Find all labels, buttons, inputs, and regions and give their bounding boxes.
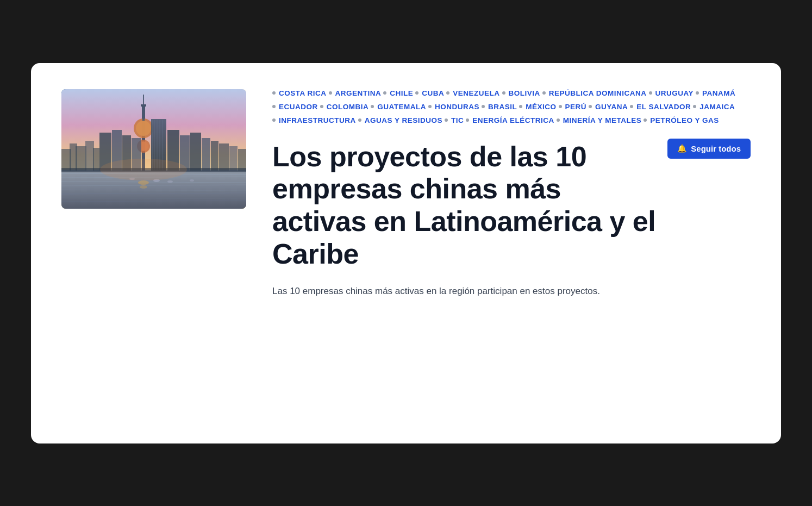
tag-item-peru: PERÚ [559, 103, 587, 111]
tag-dot [446, 91, 449, 95]
tag-label-infraestructura[interactable]: INFRAESTRUCTURA [279, 116, 356, 124]
tag-dot [415, 91, 419, 95]
svg-rect-14 [93, 148, 99, 171]
tag-label-aguas-y-residuos[interactable]: AGUAS Y RESIDUOS [365, 116, 442, 124]
tag-dot [482, 105, 485, 108]
tag-label-honduras[interactable]: HONDURAS [435, 103, 479, 111]
tag-label-panama[interactable]: PANAMÁ [702, 89, 735, 97]
tag-dot [589, 105, 592, 108]
tag-item-tic: TIC [445, 116, 464, 124]
svg-point-47 [190, 179, 194, 182]
svg-rect-36 [238, 149, 246, 171]
tag-item-argentina: ARGENTINA [329, 89, 382, 97]
tag-item-guatemala: GUATEMALA [371, 103, 426, 111]
svg-rect-12 [76, 146, 86, 171]
tag-label-mexico[interactable]: MÉXICO [526, 103, 556, 111]
article-description: Las 10 empresas chinas más activas en la… [272, 284, 707, 298]
svg-rect-32 [202, 138, 210, 171]
tag-label-uruguay[interactable]: URUGUAY [655, 89, 694, 97]
tag-dot [557, 118, 560, 122]
tags-section: COSTA RICAARGENTINACHILECUBAVENEZUELABOL… [272, 89, 751, 128]
tag-label-bolivia[interactable]: BOLIVIA [509, 89, 540, 97]
tag-item-chile: CHILE [383, 89, 413, 97]
tag-item-guyana: GUYANA [589, 103, 628, 111]
svg-point-42 [138, 180, 149, 185]
tag-label-jamaica[interactable]: JAMAICA [699, 103, 735, 111]
tag-item-jamaica: JAMAICA [693, 103, 735, 111]
svg-rect-21 [142, 104, 145, 121]
tag-label-cuba[interactable]: CUBA [422, 89, 444, 97]
tag-dot [320, 105, 323, 108]
tag-item-uruguay: URUGUAY [649, 89, 694, 97]
tag-dot [502, 91, 505, 95]
svg-rect-31 [190, 133, 201, 171]
tag-dot [329, 91, 332, 95]
tag-label-argentina[interactable]: ARGENTINA [335, 89, 382, 97]
tag-dot [272, 105, 276, 108]
tag-item-energia-electrica: ENERGÍA ELÉCTRICA [466, 116, 554, 124]
tag-item-colombia: COLOMBIA [320, 103, 369, 111]
tag-item-mineria-y-metales: MINERÍA Y METALES [557, 116, 642, 124]
svg-rect-13 [85, 141, 94, 171]
tag-dot [358, 118, 361, 122]
tag-item-republica-dominicana: REPÚBLICA DOMINICANA [542, 89, 647, 97]
tag-dot [466, 118, 469, 122]
tag-item-brasil: BRASIL [482, 103, 517, 111]
svg-point-43 [140, 185, 147, 189]
tag-item-cuba: CUBA [415, 89, 444, 97]
tag-label-venezuela[interactable]: VENEZUELA [453, 89, 499, 97]
tag-label-el-salvador[interactable]: EL SALVADOR [636, 103, 691, 111]
tag-label-republica-dominicana[interactable]: REPÚBLICA DOMINICANA [549, 89, 647, 97]
tag-label-guatemala[interactable]: GUATEMALA [377, 103, 426, 111]
article-title: Los proyectos de las 10 empresas chinas … [272, 141, 659, 271]
bell-icon: 🔔 [677, 144, 686, 153]
right-content: COSTA RICAARGENTINACHILECUBAVENEZUELABOL… [272, 89, 751, 298]
tag-label-petroleo-y-gas[interactable]: PETRÓLEO Y GAS [650, 116, 719, 124]
tag-label-energia-electrica[interactable]: ENERGÍA ELÉCTRICA [472, 116, 554, 124]
svg-point-46 [167, 180, 173, 183]
tag-item-mexico: MÉXICO [519, 103, 556, 111]
tag-dot [696, 91, 699, 95]
tag-label-costa-rica[interactable]: COSTA RICA [279, 89, 327, 97]
tag-dot [519, 105, 522, 108]
tag-label-mineria-y-metales[interactable]: MINERÍA Y METALES [563, 116, 642, 124]
tag-dot [649, 91, 652, 95]
content-row: COSTA RICAARGENTINACHILECUBAVENEZUELABOL… [61, 89, 751, 298]
svg-point-18 [136, 121, 151, 136]
follow-button-label: Seguir todos [691, 144, 741, 153]
tag-dot [272, 91, 276, 95]
tag-dot [542, 91, 546, 95]
svg-rect-35 [229, 146, 238, 171]
tag-item-venezuela: VENEZUELA [446, 89, 499, 97]
title-area: Los proyectos de las 10 empresas chinas … [272, 141, 751, 271]
tag-label-colombia[interactable]: COLOMBIA [327, 103, 369, 111]
svg-rect-22 [143, 95, 144, 105]
tag-label-ecuador[interactable]: ECUADOR [279, 103, 318, 111]
tag-label-brasil[interactable]: BRASIL [488, 103, 517, 111]
tag-item-ecuador: ECUADOR [272, 103, 318, 111]
tag-label-chile[interactable]: CHILE [390, 89, 413, 97]
button-wrapper: 🔔 Seguir todos [667, 141, 751, 165]
article-card: COSTA RICAARGENTINACHILECUBAVENEZUELABOL… [31, 63, 781, 443]
svg-rect-34 [219, 143, 229, 171]
tag-label-peru[interactable]: PERÚ [565, 103, 587, 111]
tag-dot [272, 118, 276, 122]
tag-dot [445, 118, 448, 122]
tag-dot [644, 118, 647, 122]
article-image-container [61, 89, 246, 209]
svg-point-48 [100, 159, 187, 180]
tag-item-costa-rica: COSTA RICA [272, 89, 327, 97]
tag-label-guyana[interactable]: GUYANA [595, 103, 628, 111]
tag-dot [371, 105, 374, 108]
tag-dot [693, 105, 696, 108]
tag-dot [428, 105, 432, 108]
tag-dot [559, 105, 562, 108]
article-image [61, 89, 246, 209]
tag-label-tic[interactable]: TIC [451, 116, 464, 124]
tag-item-panama: PANAMÁ [696, 89, 735, 97]
follow-button[interactable]: 🔔 Seguir todos [667, 139, 751, 159]
tag-item-aguas-y-residuos: AGUAS Y RESIDUOS [358, 116, 442, 124]
svg-rect-33 [211, 141, 218, 171]
tag-dot [383, 91, 386, 95]
tag-item-infraestructura: INFRAESTRUCTURA [272, 116, 356, 124]
